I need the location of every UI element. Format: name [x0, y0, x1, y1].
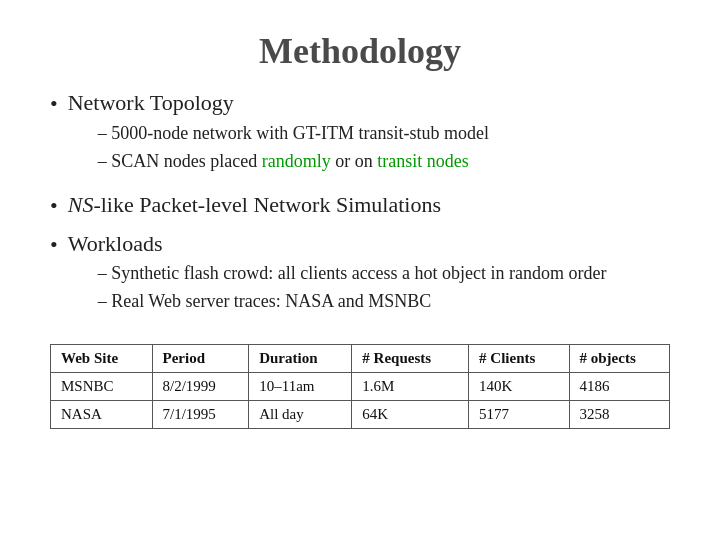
- transit-nodes-link: transit nodes: [377, 151, 469, 171]
- cell-msnbc-objects: 4186: [569, 373, 670, 401]
- randomly-text: randomly: [262, 151, 331, 171]
- bullet-workloads: • Workloads Synthetic flash crowd: all c…: [50, 229, 670, 323]
- col-header-clients: # Clients: [469, 345, 569, 373]
- bullet-dot-2: •: [50, 191, 58, 221]
- network-topology-label: Network Topology: [68, 90, 234, 115]
- col-header-website: Web Site: [51, 345, 153, 373]
- bullet-dot-1: •: [50, 89, 58, 119]
- cell-msnbc-duration: 10–11am: [249, 373, 352, 401]
- bullet-ns-like: • NS-like Packet-level Network Simulatio…: [50, 190, 670, 221]
- network-topology-subitems: 5000-node network with GT-ITM transit-st…: [68, 120, 489, 174]
- table-header-row: Web Site Period Duration # Requests # Cl…: [51, 345, 670, 373]
- cell-msnbc-clients: 140K: [469, 373, 569, 401]
- cell-nasa-website: NASA: [51, 401, 153, 429]
- slide-title: Methodology: [50, 30, 670, 72]
- cell-nasa-requests: 64K: [352, 401, 469, 429]
- col-header-requests: # Requests: [352, 345, 469, 373]
- cell-nasa-objects: 3258: [569, 401, 670, 429]
- cell-nasa-period: 7/1/1995: [152, 401, 249, 429]
- cell-msnbc-period: 8/2/1999: [152, 373, 249, 401]
- cell-nasa-clients: 5177: [469, 401, 569, 429]
- main-bullet-list: • Network Topology 5000-node network wit…: [50, 88, 670, 330]
- table-row: NASA 7/1/1995 All day 64K 5177 3258: [51, 401, 670, 429]
- col-header-duration: Duration: [249, 345, 352, 373]
- sub-item-gtitm: 5000-node network with GT-ITM transit-st…: [98, 120, 489, 146]
- col-header-objects: # objects: [569, 345, 670, 373]
- col-header-period: Period: [152, 345, 249, 373]
- workloads-subitems: Synthetic flash crowd: all clients acces…: [68, 260, 607, 314]
- sub-item-scan: SCAN nodes placed randomly or on transit…: [98, 148, 489, 174]
- cell-nasa-duration: All day: [249, 401, 352, 429]
- table-row: MSNBC 8/2/1999 10–11am 1.6M 140K 4186: [51, 373, 670, 401]
- data-table: Web Site Period Duration # Requests # Cl…: [50, 344, 670, 429]
- cell-msnbc-website: MSNBC: [51, 373, 153, 401]
- cell-msnbc-requests: 1.6M: [352, 373, 469, 401]
- ns-rest: -like Packet-level Network Simulations: [93, 192, 441, 217]
- sub-item-flash-crowd: Synthetic flash crowd: all clients acces…: [98, 260, 607, 286]
- ns-italic: NS: [68, 192, 94, 217]
- bullet-dot-3: •: [50, 230, 58, 260]
- sub-item-real-traces: Real Web server traces: NASA and MSNBC: [98, 288, 607, 314]
- workloads-label: Workloads: [68, 231, 163, 256]
- bullet-network-topology: • Network Topology 5000-node network wit…: [50, 88, 670, 182]
- slide: Methodology • Network Topology 5000-node…: [0, 0, 720, 540]
